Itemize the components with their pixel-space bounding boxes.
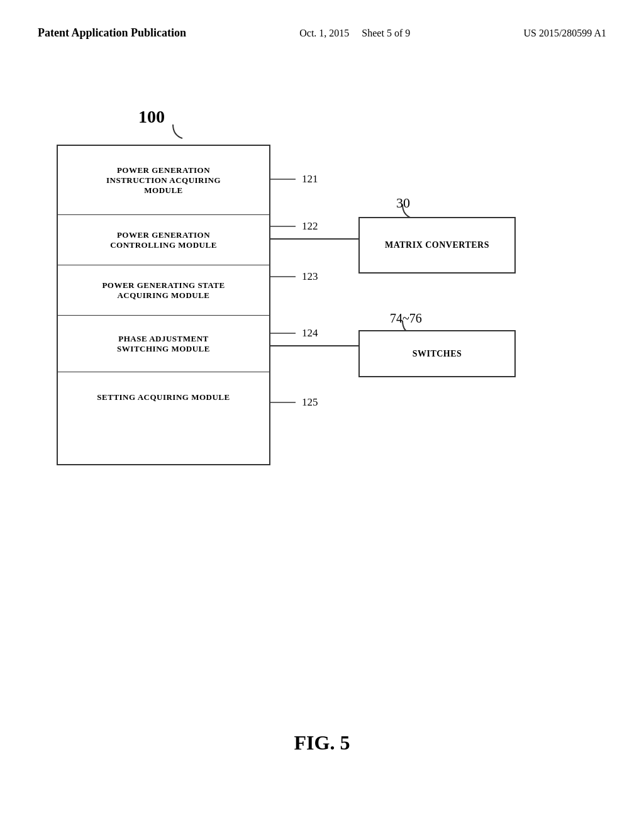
sheet-label: Sheet 5 of 9 bbox=[362, 28, 410, 38]
header-center: Oct. 1, 2015 Sheet 5 of 9 bbox=[299, 28, 410, 39]
ref-123: 123 bbox=[302, 270, 318, 283]
module-125-label: SETTING ACQUIRING MODULE bbox=[97, 392, 230, 402]
publication-label: Patent Application Publication bbox=[38, 26, 186, 39]
diagram-area: 100 POWER GENERATIONINSTRUCTION ACQUIRIN… bbox=[38, 107, 604, 547]
page: Patent Application Publication Oct. 1, 2… bbox=[0, 0, 644, 830]
matrix-converters-label: MATRIX CONVERTERS bbox=[385, 240, 489, 250]
module-121-label: POWER GENERATIONINSTRUCTION ACQUIRINGMOD… bbox=[106, 165, 221, 196]
label-100: 100 bbox=[138, 107, 165, 127]
ref-124: 124 bbox=[302, 327, 318, 340]
figure-label: FIG. 5 bbox=[294, 731, 350, 755]
label-74-76: 74~76 bbox=[390, 311, 422, 326]
ref-122: 122 bbox=[302, 220, 318, 233]
ref-125: 125 bbox=[302, 396, 318, 409]
switches-box: SWITCHES bbox=[358, 330, 516, 377]
label-30: 30 bbox=[396, 195, 410, 211]
module-122-label: POWER GENERATIONCONTROLLING MODULE bbox=[110, 230, 217, 250]
date-label: Oct. 1, 2015 bbox=[299, 28, 349, 38]
module-124: PHASE ADJUSTMENTSWITCHING MODULE bbox=[58, 316, 269, 372]
header: Patent Application Publication Oct. 1, 2… bbox=[38, 25, 606, 47]
switches-label: SWITCHES bbox=[413, 349, 462, 359]
main-controller-box: POWER GENERATIONINSTRUCTION ACQUIRINGMOD… bbox=[57, 145, 270, 465]
module-122: POWER GENERATIONCONTROLLING MODULE bbox=[58, 215, 269, 265]
patent-number: US 2015/280599 A1 bbox=[523, 28, 606, 38]
module-124-label: PHASE ADJUSTMENTSWITCHING MODULE bbox=[117, 334, 210, 354]
header-right: US 2015/280599 A1 bbox=[523, 28, 606, 39]
module-123-label: POWER GENERATING STATEACQUIRING MODULE bbox=[102, 280, 225, 301]
module-121: POWER GENERATIONINSTRUCTION ACQUIRINGMOD… bbox=[58, 146, 269, 215]
matrix-converters-box: MATRIX CONVERTERS bbox=[358, 217, 516, 274]
module-123: POWER GENERATING STATEACQUIRING MODULE bbox=[58, 265, 269, 316]
ref-121: 121 bbox=[302, 173, 318, 185]
header-left: Patent Application Publication bbox=[38, 25, 186, 41]
module-125: SETTING ACQUIRING MODULE bbox=[58, 372, 269, 423]
